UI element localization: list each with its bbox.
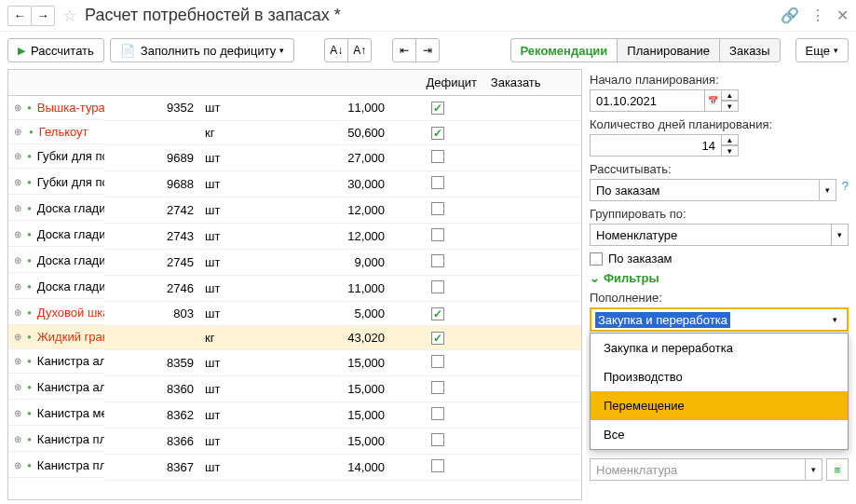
expand-icon[interactable]: ⊕ xyxy=(14,307,21,318)
expand-icon[interactable]: ⊕ xyxy=(14,127,23,137)
help-icon[interactable]: ? xyxy=(842,179,849,201)
expand-icon[interactable]: ⊕ xyxy=(14,177,21,187)
table-row[interactable]: ⊕●Доска гладильная НИКА 11 (МЕТАЛЛ)2743ш… xyxy=(8,223,581,249)
back-button[interactable]: ← xyxy=(7,6,32,26)
by-orders-checkbox[interactable] xyxy=(590,252,603,266)
table-row[interactable]: ⊕●Вышка-тура алюминиевая ТЕХНО-5 ("АЛЮМ…… xyxy=(8,96,581,120)
table-row[interactable]: ⊕●Гелькоуткг50,600 xyxy=(8,120,581,144)
calculate-label: Рассчитать xyxy=(31,44,94,58)
order-checkbox[interactable] xyxy=(431,127,444,140)
col-code[interactable] xyxy=(321,70,373,96)
group-dropdown-icon[interactable]: ▾ xyxy=(832,224,849,246)
order-checkbox[interactable] xyxy=(431,407,444,420)
expand-icon[interactable]: ⊕ xyxy=(14,255,21,266)
calculate-button[interactable]: ▶ Рассчитать xyxy=(7,38,104,62)
col-deficit[interactable]: Дефицит xyxy=(413,70,482,96)
days-down[interactable]: ▾ xyxy=(722,145,739,157)
sort-desc-button[interactable]: А↑ xyxy=(347,38,372,62)
item-unit: кг xyxy=(199,325,295,349)
close-icon[interactable]: ✕ xyxy=(836,7,849,24)
calendar-icon[interactable]: 📅 xyxy=(705,89,722,112)
calc-select[interactable]: По заказам xyxy=(590,179,820,201)
expand-icon[interactable]: ⊕ xyxy=(14,281,21,292)
table-row[interactable]: ⊕●Канистра пластмассовая (Россия), 21,58… xyxy=(8,428,581,454)
filters-toggle[interactable]: ⌄ Фильтры xyxy=(590,271,849,285)
table-row[interactable]: ⊕●Губки для посуды "КУХОНЬЧИК" 3 шт/упак… xyxy=(8,144,581,170)
favorite-icon[interactable]: ☆ xyxy=(62,6,77,26)
order-checkbox[interactable] xyxy=(431,202,444,215)
tab-orders[interactable]: Заказы xyxy=(719,38,780,62)
forward-button[interactable]: → xyxy=(31,6,55,26)
expand-icon[interactable]: ⊕ xyxy=(14,332,21,342)
col-name[interactable] xyxy=(8,70,321,96)
kebab-icon[interactable]: ⋮ xyxy=(810,7,825,24)
table-row[interactable]: ⊕●Канистра металлическая крашеная (Росси… xyxy=(8,402,581,428)
days-up[interactable]: ▴ xyxy=(722,134,739,145)
indent-button[interactable]: ⇥ xyxy=(415,38,440,62)
tab-recommendations[interactable]: Рекомендации xyxy=(510,38,618,62)
start-date-input[interactable]: 01.10.2021 xyxy=(590,89,705,112)
table-row[interactable]: ⊕●Губки для посуды РУССКАЯ ТРОЙКА 3шт/у…… xyxy=(8,170,581,197)
expand-icon[interactable]: ⊕ xyxy=(14,229,21,239)
order-checkbox[interactable] xyxy=(431,332,444,345)
col-order[interactable]: Заказать xyxy=(482,70,549,96)
order-checkbox[interactable] xyxy=(431,433,444,446)
item-name: Вышка-тура алюминиевая ТЕХНО-5 ("АЛЮМ… xyxy=(37,101,104,115)
nomen-dropdown-icon[interactable]: ▾ xyxy=(806,458,822,481)
more-button[interactable]: Еще xyxy=(795,38,849,62)
tab-planning[interactable]: Планирование xyxy=(617,38,720,62)
list-icon[interactable]: ≡ xyxy=(826,458,849,481)
fill-option[interactable]: Все xyxy=(591,420,848,449)
link-icon[interactable]: 🔗 xyxy=(781,7,799,24)
item-deficit: 14,000 xyxy=(295,454,391,480)
table-row[interactable]: ⊕●Канистра пластмассовая (Россия), 31,5 … xyxy=(8,454,581,480)
table-row[interactable]: ⊕●Доска гладильная НИКА 10 (МЕТАЛЛ)2742ш… xyxy=(8,197,581,223)
item-unit: шт xyxy=(199,349,295,375)
date-down[interactable]: ▾ xyxy=(722,101,739,112)
order-checkbox[interactable] xyxy=(431,228,444,241)
expand-icon[interactable]: ⊕ xyxy=(14,382,21,392)
order-checkbox[interactable] xyxy=(431,307,444,320)
order-checkbox[interactable] xyxy=(431,254,444,267)
outdent-button[interactable]: ⇤ xyxy=(392,38,416,62)
calc-dropdown-icon[interactable]: ▾ xyxy=(820,179,836,201)
expand-icon[interactable]: ⊕ xyxy=(14,151,21,161)
order-checkbox[interactable] xyxy=(431,459,444,472)
expand-icon[interactable]: ⊕ xyxy=(14,203,21,213)
fill-dropdown-icon[interactable]: ▾ xyxy=(826,315,843,324)
order-checkbox[interactable] xyxy=(431,355,444,368)
status-dot: ● xyxy=(27,383,32,391)
fill-option[interactable]: Закупка и переработка xyxy=(591,334,848,362)
order-checkbox[interactable] xyxy=(431,381,444,394)
table-row[interactable]: ⊕●Доска гладильная ЭЛЬЗА ДЕ ЛЮКС (МЕТА…2… xyxy=(8,275,581,301)
fill-option[interactable]: Производство xyxy=(591,362,848,391)
col-unit[interactable] xyxy=(373,70,413,96)
date-up[interactable]: ▴ xyxy=(722,89,739,101)
table-row[interactable]: ⊕●Жидкий гранит (наполнитель)кг43,020 xyxy=(8,325,581,349)
item-code: 9688 xyxy=(104,170,200,197)
expand-icon[interactable]: ⊕ xyxy=(14,460,21,470)
order-checkbox[interactable] xyxy=(431,150,444,163)
order-checkbox[interactable] xyxy=(431,280,444,293)
nomenclature-input[interactable]: Номенклатура xyxy=(590,458,806,481)
table-row[interactable]: ⊕●Канистра алюминевая (Россия), 20 л.836… xyxy=(8,375,581,402)
item-code: 8360 xyxy=(104,375,200,402)
fill-option[interactable]: Перемещение xyxy=(591,391,848,420)
fill-deficit-button[interactable]: 📄 Заполнить по дефициту ▾ xyxy=(110,38,294,62)
order-checkbox[interactable] xyxy=(431,176,444,189)
expand-icon[interactable]: ⊕ xyxy=(14,356,21,366)
view-tabs: Рекомендации Планирование Заказы xyxy=(510,38,781,62)
expand-icon[interactable]: ⊕ xyxy=(14,408,21,418)
chevron-down-icon: ▾ xyxy=(279,46,284,55)
sort-asc-button[interactable]: А↓ xyxy=(324,38,348,62)
expand-icon[interactable]: ⊕ xyxy=(14,102,21,113)
fill-select[interactable]: Закупка и переработка ▾ Закупка и перера… xyxy=(590,307,849,332)
table-row[interactable]: ⊕●Доска гладильная НИКА ГРАНД (МЕТАЛЛ)27… xyxy=(8,249,581,275)
table-row[interactable]: ⊕●Духовой шкаф BOSCH803шт5,000 xyxy=(8,301,581,325)
days-input[interactable]: 14 xyxy=(590,134,722,157)
status-dot: ● xyxy=(27,409,32,417)
group-select[interactable]: Номенклатуре xyxy=(590,224,832,246)
table-row[interactable]: ⊕●Канистра алюминевая (Россия), 10 л8359… xyxy=(8,349,581,375)
expand-icon[interactable]: ⊕ xyxy=(14,434,21,444)
order-checkbox[interactable] xyxy=(431,102,444,115)
